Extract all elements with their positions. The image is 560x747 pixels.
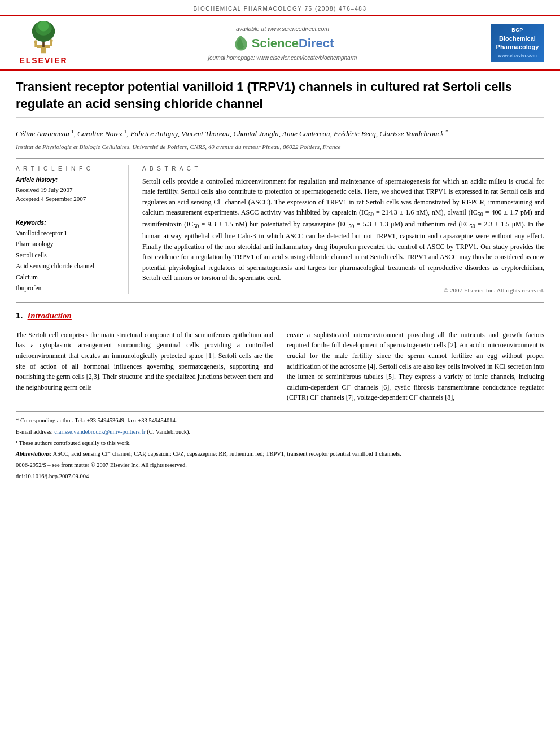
keyword-1: Vanilloid receptor 1 bbox=[16, 228, 119, 239]
footnotes-area: * Corresponding author. Tel.: +33 549453… bbox=[16, 411, 544, 482]
footnote1: ¹ These authors contributed equally to t… bbox=[16, 439, 544, 448]
email-name: (C. Vandebrouck). bbox=[147, 429, 190, 435]
article-history: Article history: Received 19 July 2007 A… bbox=[16, 176, 119, 204]
affiliation: Institut de Physiologie et Biologie Cell… bbox=[16, 143, 544, 150]
journal-line: BIOCHEMICAL PHARMACOLOGY 75 (2008) 476–4… bbox=[0, 0, 560, 15]
abbreviations: Abbreviations: ASCC, acid sensing Cl⁻ ch… bbox=[16, 449, 544, 459]
intro-right-col: create a sophisticated microenvironment … bbox=[287, 330, 544, 403]
article-title: Transient receptor potential vanilloid 1… bbox=[16, 78, 544, 118]
sd-text: ScienceDirect bbox=[252, 36, 334, 51]
keyword-4: Acid sensing chloride channel bbox=[16, 261, 119, 272]
section-number: 1. bbox=[16, 311, 23, 320]
article-info-label: A R T I C L E I N F O bbox=[16, 165, 119, 172]
abbrev-text: ASCC, acid sensing Cl⁻ channel; CAP, cap… bbox=[53, 451, 401, 457]
keyword-5: Calcium bbox=[16, 272, 119, 283]
header-center: available at www.sciencedirect.com Scien… bbox=[75, 25, 491, 61]
abstract-label: A B S T R A C T bbox=[142, 165, 544, 172]
page-container: BIOCHEMICAL PHARMACOLOGY 75 (2008) 476–4… bbox=[0, 0, 560, 747]
biochem-pharm-logo: BCP Biochemical Pharmacology www.elsevie… bbox=[491, 24, 544, 63]
sd-science: Science bbox=[252, 36, 299, 50]
svg-rect-7 bbox=[34, 43, 37, 47]
header-area: ELSEVIER available at www.sciencedirect.… bbox=[0, 15, 560, 71]
svg-rect-9 bbox=[50, 42, 53, 46]
intro-body: The Sertoli cell comprises the main stru… bbox=[16, 330, 544, 403]
main-content: Transient receptor potential vanilloid 1… bbox=[0, 71, 560, 489]
article-info-abstract: A R T I C L E I N F O Article history: R… bbox=[16, 158, 544, 294]
sciencedirect-logo: ScienceDirect bbox=[231, 34, 334, 53]
history-heading: Article history: bbox=[16, 176, 119, 183]
article-info-col: A R T I C L E I N F O Article history: R… bbox=[16, 165, 129, 294]
email-footnote: E-mail address: clarisse.vandebrouck@uni… bbox=[16, 427, 544, 437]
keyword-3: Sertoli cells bbox=[16, 250, 119, 261]
received-line: Received 19 July 2007 bbox=[16, 185, 119, 195]
biochem-logo-abbr: BCP bbox=[493, 27, 541, 34]
biochem-logo-url: www.elsevier.com bbox=[493, 53, 541, 59]
introduction-section: 1. Introduction The Sertoli cell compris… bbox=[16, 302, 544, 403]
svg-point-5 bbox=[38, 21, 49, 31]
authors: Céline Auzanneau 1, Caroline Norez 1, Fa… bbox=[16, 127, 544, 139]
email-label: E-mail address: bbox=[16, 429, 53, 435]
biochem-logo-box: BCP Biochemical Pharmacology www.elsevie… bbox=[491, 24, 544, 63]
keyword-6: Ibuprofen bbox=[16, 283, 119, 294]
journal-homepage: journal homepage: www.elsevier.com/locat… bbox=[208, 55, 357, 61]
abbrev-label: Abbreviations: bbox=[16, 451, 52, 457]
intro-left-col: The Sertoli cell comprises the main stru… bbox=[16, 330, 273, 403]
corresponding-author-footnote: * Corresponding author. Tel.: +33 549453… bbox=[16, 416, 544, 426]
sd-direct: Direct bbox=[299, 36, 334, 50]
abstract-text: Sertoli cells provide a controlled micro… bbox=[142, 176, 544, 284]
sd-leaf-icon bbox=[231, 34, 250, 53]
section-heading: 1. Introduction bbox=[16, 311, 544, 325]
email-link[interactable]: clarisse.vandebrouck@univ-poitiers.fr bbox=[54, 429, 145, 435]
elsevier-text: ELSEVIER bbox=[19, 56, 67, 65]
issn-line: 0006-2952/$ – see front matter © 2007 El… bbox=[16, 461, 544, 470]
copyright-line: © 2007 Elsevier Inc. All rights reserved… bbox=[142, 287, 544, 294]
svg-point-6 bbox=[34, 40, 37, 43]
keywords-heading: Keywords: bbox=[16, 219, 119, 226]
biochem-title-line1: Biochemical bbox=[493, 34, 541, 42]
accepted-line: Accepted 4 September 2007 bbox=[16, 194, 119, 204]
available-text: available at www.sciencedirect.com bbox=[236, 25, 329, 32]
elsevier-tree-icon bbox=[21, 21, 66, 55]
keywords-block: Keywords: Vanilloid receptor 1 Pharmacol… bbox=[16, 219, 119, 294]
abstract-col: A B S T R A C T Sertoli cells provide a … bbox=[142, 165, 544, 294]
keyword-2: Pharmacology bbox=[16, 239, 119, 250]
section-title: Introduction bbox=[28, 311, 72, 321]
svg-point-8 bbox=[50, 39, 53, 42]
elsevier-logo: ELSEVIER bbox=[12, 21, 75, 65]
biochem-title-line2: Pharmacology bbox=[493, 43, 541, 51]
doi-line: doi:10.1016/j.bcp.2007.09.004 bbox=[16, 472, 544, 482]
